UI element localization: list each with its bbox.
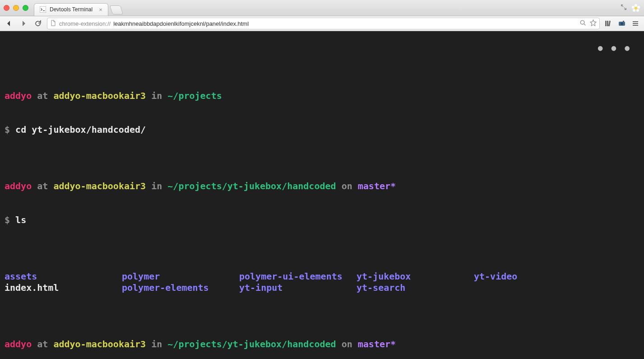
svg-rect-9 — [607, 21, 608, 26]
terminal-menu-icon[interactable]: ● ● ● — [598, 42, 631, 53]
window-titlebar: Devtools Terminal × — [0, 0, 644, 16]
search-icon[interactable] — [579, 19, 586, 28]
prompt-line: addyo at addyo-macbookair3 in ~/projects… — [5, 339, 639, 350]
svg-point-4 — [633, 9, 635, 12]
svg-point-1 — [635, 4, 637, 7]
star-icon[interactable] — [590, 19, 597, 28]
svg-rect-0 — [40, 6, 46, 13]
terminal-favicon-icon — [40, 6, 46, 13]
chrome-menu-button[interactable] — [630, 19, 640, 28]
prompt-line: addyo at addyo-macbookair3 in ~/projects — [5, 90, 639, 102]
extension-camera-icon[interactable] — [617, 19, 627, 28]
svg-point-5 — [632, 6, 635, 9]
svg-point-7 — [580, 20, 584, 24]
close-window-button[interactable] — [4, 5, 9, 11]
svg-rect-16 — [633, 25, 638, 26]
page-icon — [50, 20, 56, 28]
svg-rect-13 — [623, 21, 624, 22]
flower-icon — [631, 4, 640, 13]
browser-tab[interactable]: Devtools Terminal × — [34, 3, 108, 16]
url-path: leakmhneaibbdapdoienlkifomjceknl/panel/i… — [113, 20, 249, 27]
svg-rect-8 — [605, 21, 607, 26]
command-line: $ cd yt-jukebox/handcoded/ — [5, 124, 639, 135]
url-scheme: chrome-extension:// — [59, 20, 111, 27]
ls-output: assetspolymerpolymer-ui-elementsyt-jukeb… — [5, 271, 639, 294]
svg-rect-10 — [608, 21, 611, 26]
forward-button[interactable] — [18, 18, 29, 29]
browser-toolbar: chrome-extension://leakmhneaibbdapdoienl… — [0, 16, 644, 31]
svg-point-3 — [636, 9, 639, 12]
svg-rect-15 — [633, 23, 638, 24]
address-bar[interactable]: chrome-extension://leakmhneaibbdapdoienl… — [47, 18, 600, 29]
tab-title: Devtools Terminal — [50, 6, 93, 13]
back-button[interactable] — [4, 18, 14, 29]
svg-rect-14 — [633, 21, 638, 22]
zoom-window-button[interactable] — [23, 5, 28, 11]
command-line: $ ls — [5, 214, 639, 226]
expand-icon[interactable] — [621, 4, 627, 12]
traffic-lights — [4, 5, 28, 11]
new-tab-button[interactable] — [110, 5, 123, 14]
extension-books-icon[interactable] — [603, 19, 613, 28]
svg-point-12 — [621, 23, 623, 25]
prompt-line: addyo at addyo-macbookair3 in ~/projects… — [5, 181, 639, 192]
terminal-pane[interactable]: ● ● ● addyo at addyo-macbookair3 in ~/pr… — [0, 31, 644, 359]
minimize-window-button[interactable] — [13, 5, 19, 11]
tab-close-button[interactable]: × — [99, 6, 102, 13]
svg-point-6 — [635, 7, 637, 9]
reload-button[interactable] — [32, 18, 43, 29]
svg-point-2 — [637, 6, 640, 9]
